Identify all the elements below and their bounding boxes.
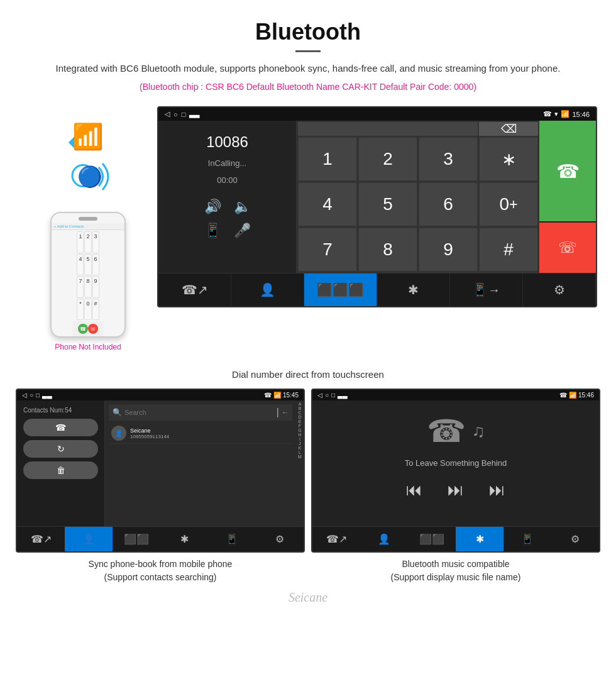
dial-key-6[interactable]: 6 [419,182,478,226]
transfer-icon[interactable]: 📱 [204,223,221,239]
mt-bluetooth-button[interactable]: ✱ [456,527,503,551]
location-icon: ▾ [554,110,558,118]
recents-icon-contacts[interactable]: □ [36,392,40,399]
dial-input-display [298,122,478,136]
ct-dialpad-button[interactable]: ⬛⬛ [113,527,160,551]
dial-key-3[interactable]: 3 [419,137,478,181]
header-specs: (Bluetooth chip : CSR BC6 Default Blueto… [13,80,603,94]
wifi-icon-music: 📶 [569,392,576,399]
phone-key-4[interactable]: 4 [77,254,84,276]
phone-key-1[interactable]: 1 [77,231,84,253]
back-icon[interactable]: ◁ [165,110,170,118]
alpha-m[interactable]: M [298,455,302,459]
music-prev-button[interactable]: ⏮ [406,480,422,500]
call-end-button[interactable]: ☏ [539,223,596,273]
notification-icons: ▃▃ [189,110,199,118]
svg-text:📶: 📶 [72,121,104,152]
toolbar-dialpad-button[interactable]: ⬛⬛⬛ [304,273,377,306]
dial-key-8[interactable]: 8 [358,228,417,272]
toolbar-calls-button[interactable]: ☎↗ [158,273,231,306]
alpha-j[interactable]: J [299,441,301,446]
dial-info-panel: 10086 InCalling... 00:00 🔊 🔈 📱 🎤 [158,121,297,273]
music-play-pause-button[interactable]: ⏭ [448,480,464,500]
alpha-b[interactable]: B [299,406,302,411]
contact-phone: 10655059113144 [130,434,169,439]
dial-key-0plus[interactable]: 0+ [479,182,538,226]
dial-key-5[interactable]: 5 [358,182,417,226]
dial-key-star[interactable]: ∗ [479,137,538,181]
phone-key-3[interactable]: 3 [92,231,99,253]
ct-calls-button[interactable]: ☎↗ [17,527,65,551]
phone-icon-contacts: ☎ [264,392,272,399]
music-song-title: To Leave Something Behind [405,458,507,468]
alpha-f[interactable]: F [299,424,301,428]
ct-contacts-button[interactable]: 👤 [65,527,113,551]
dial-key-7[interactable]: 7 [298,228,357,272]
mt-contacts-button[interactable]: 👤 [360,527,408,551]
dial-key-4[interactable]: 4 [298,182,357,226]
home-icon[interactable]: ○ [173,111,178,118]
phone-key-7[interactable]: 7 [77,276,84,298]
back-icon-contacts[interactable]: ◁ [22,392,27,399]
ct-transfer-button[interactable]: 📱 [208,527,256,551]
dial-backspace-button[interactable]: ⌫ [479,122,538,136]
home-icon-contacts[interactable]: ○ [30,392,33,399]
volume-down-icon[interactable]: 🔈 [234,199,251,215]
phone-call-button[interactable]: ☎ [78,324,88,334]
dial-key-9[interactable]: 9 [419,228,478,272]
ct-settings-button[interactable]: ⚙ [256,527,304,551]
alpha-i[interactable]: I [299,437,300,441]
alpha-k[interactable]: K [299,446,302,450]
alpha-h[interactable]: H [298,433,301,437]
dial-key-2[interactable]: 2 [358,137,417,181]
music-next-button[interactable]: ⏭ [489,480,505,500]
alpha-a[interactable]: A [299,402,302,406]
android-screen-big: ◁ ○ □ ▃▃ ☎ ▾ 📶 15:46 10086 InCalling... [157,106,597,307]
mt-dialpad-button[interactable]: ⬛⬛ [408,527,456,551]
time-contacts: 15:45 [283,392,299,399]
toolbar-settings-button[interactable]: ⚙ [523,273,596,306]
recents-icon-music[interactable]: □ [331,392,335,399]
toolbar-transfer-button[interactable]: 📱→ [450,273,523,306]
backspace-icon[interactable]: ← [282,409,289,416]
mic-icon[interactable]: 🎤 [234,223,251,239]
phone-key-8[interactable]: 8 [84,276,91,298]
alpha-c[interactable]: C [298,411,301,415]
alpha-l[interactable]: L [299,450,301,455]
music-playback-controls: ⏮ ⏭ ⏭ [406,480,505,500]
volume-up-icon[interactable]: 🔊 [204,199,221,215]
dial-timer: 00:00 [217,175,238,185]
dial-key-hash[interactable]: # [479,228,538,272]
toolbar-bluetooth-button[interactable]: ✱ [377,273,450,306]
contacts-list: 🔍 | ← 👤 Seicane 10655059113144 [105,400,296,526]
back-icon-music[interactable]: ◁ [317,392,322,399]
phone-key-2[interactable]: 2 [84,231,91,253]
phone-key-6[interactable]: 6 [92,254,99,276]
phone-key-9[interactable]: 9 [92,276,99,298]
phone-key-hash[interactable]: # [92,299,99,321]
toolbar-contacts-button[interactable]: 👤 [231,273,304,306]
caption-big-screen: Dial number direct from touchscreen [232,369,384,380]
mt-settings-button[interactable]: ⚙ [551,527,599,551]
call-accept-button[interactable]: ☎ [539,121,596,221]
alpha-g[interactable]: G [298,428,301,433]
dial-key-1[interactable]: 1 [298,137,357,181]
phone-key-5[interactable]: 5 [84,254,91,276]
alpha-e[interactable]: E [299,419,302,424]
phone-key-star[interactable]: * [77,299,84,321]
mt-calls-button[interactable]: ☎↗ [312,527,360,551]
contact-item[interactable]: 👤 Seicane 10655059113144 [109,423,292,444]
alpha-d[interactable]: D [298,415,301,419]
home-icon-music[interactable]: ○ [325,392,329,399]
recents-icon[interactable]: □ [182,111,186,118]
contact-call-button[interactable]: ☎ [23,419,98,436]
contacts-search-input[interactable] [124,409,274,416]
status-bar-contacts: ◁ ○ □ ▃▃ ☎ 📶 15:45 [17,390,304,400]
phone-key-0[interactable]: 0 [84,299,91,321]
mt-transfer-button[interactable]: 📱 [503,527,551,551]
contact-delete-button[interactable]: 🗑 [23,461,98,479]
contact-sync-button[interactable]: ↻ [23,440,98,458]
phone-end-button[interactable]: ☏ [88,324,98,334]
phone-left-area: ⬥ 📶 ⦿ 🔵 [19,106,157,358]
ct-bluetooth-button[interactable]: ✱ [160,527,208,551]
